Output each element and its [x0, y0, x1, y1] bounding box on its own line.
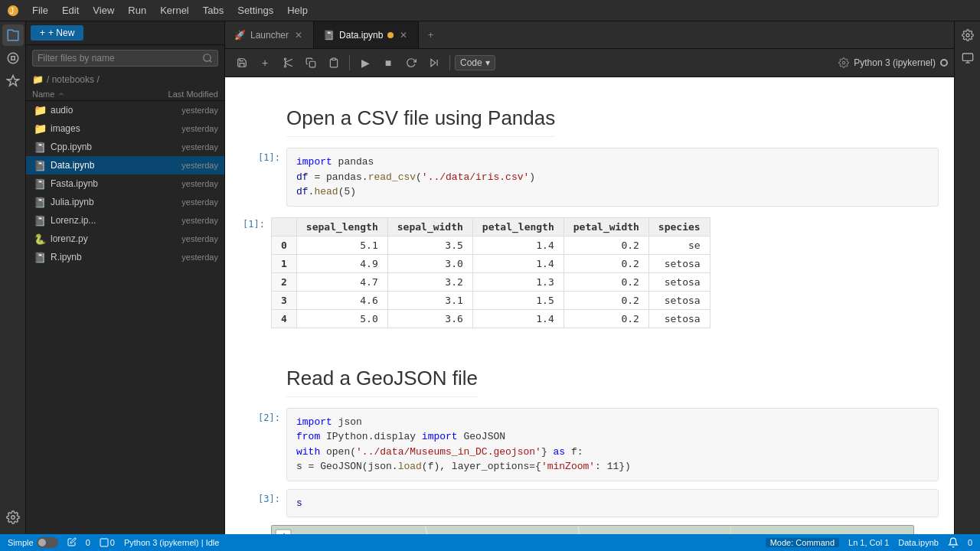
file-list: 📁 audio yesterday 📁 images yesterday 📓 C… — [26, 101, 224, 534]
df-cell: setosa — [648, 254, 710, 272]
file-item[interactable]: 📁 images yesterday — [26, 119, 224, 138]
status-left: Simple 0 0 Python 3 (ipykernel) | Idle — [8, 537, 219, 548]
share-button[interactable] — [180, 24, 198, 41]
tab-add-button[interactable]: + — [419, 21, 442, 48]
simple-mode-toggle[interactable]: Simple — [8, 537, 58, 548]
add-cell-button[interactable]: + — [254, 52, 276, 73]
df-cell: 4.9 — [296, 254, 387, 272]
menu-file[interactable]: File — [26, 3, 54, 18]
filename-label: Data.ipynb — [898, 538, 939, 547]
bell-icon[interactable] — [948, 537, 959, 548]
svg-rect-43 — [962, 54, 972, 60]
edit-count: 0 — [86, 538, 90, 547]
name-column-header[interactable]: Name — [32, 90, 149, 99]
df-cell: 3 — [272, 291, 297, 309]
run-all-button[interactable] — [423, 52, 445, 73]
menu-tabs[interactable]: Tabs — [197, 3, 230, 18]
notification-count: 0 — [968, 538, 972, 547]
tab-launcher[interactable]: 🚀 Launcher ✕ — [225, 21, 314, 48]
cell-heading-1: Open a CSV file using Pandas — [225, 94, 954, 143]
right-sidebar — [954, 21, 980, 534]
code-cell-1[interactable]: [1]: import pandasdf = pandas.read_csv('… — [225, 145, 954, 210]
tab-modified-dot — [387, 32, 394, 38]
right-sidebar-btn-2[interactable] — [957, 47, 978, 69]
svg-point-4 — [11, 516, 15, 520]
files-icon-btn[interactable] — [2, 24, 24, 46]
paste-cell-button[interactable] — [323, 52, 345, 73]
df-cell: setosa — [648, 272, 710, 291]
file-type-icon: 📓 — [32, 249, 47, 265]
cell-heading-2: Read a GeoJSON file — [225, 336, 954, 403]
upload-button[interactable] — [158, 24, 177, 41]
code-cell-3[interactable]: [3]: s — [225, 486, 954, 521]
df-row: 24.73.21.30.2setosa — [272, 272, 710, 291]
tab-data-ipynb[interactable]: 📓 Data.ipynb ✕ — [314, 21, 419, 48]
svg-text:+: + — [281, 530, 287, 534]
svg-point-2 — [8, 53, 18, 64]
df-cell: 5.1 — [296, 236, 387, 254]
file-name: Data.ipynb — [51, 160, 149, 171]
file-item[interactable]: 🐍 lorenz.py yesterday — [26, 230, 224, 248]
file-item[interactable]: 📓 Cpp.ipynb yesterday — [26, 138, 224, 156]
menu-settings[interactable]: Settings — [231, 3, 279, 18]
code-block-1[interactable]: import pandasdf = pandas.read_csv('../da… — [286, 148, 939, 207]
run-cell-button[interactable]: ▶ — [354, 52, 376, 73]
svg-point-9 — [284, 66, 286, 67]
output-content-1: sepal_lengthsepal_widthpetal_lengthpetal… — [271, 214, 710, 331]
map-svg: + − Cleveland Park University North Bren… — [272, 526, 914, 534]
interrupt-button[interactable]: ■ — [377, 52, 399, 73]
cell-content-2: import jsonfrom IPython.display import G… — [286, 408, 939, 481]
save-button[interactable] — [231, 52, 253, 73]
extensions-icon-btn[interactable] — [2, 70, 24, 92]
cell-content-1: import pandasdf = pandas.read_csv('../da… — [286, 148, 939, 207]
svg-point-7 — [204, 54, 211, 61]
file-modified: yesterday — [149, 161, 218, 170]
df-cell: 3.0 — [387, 254, 472, 272]
df-cell: 0.2 — [564, 272, 648, 291]
file-modified: yesterday — [149, 124, 218, 133]
file-item[interactable]: 📓 Fasta.ipynb yesterday — [26, 174, 224, 193]
file-item[interactable]: 📓 Lorenz.ip... yesterday — [26, 211, 224, 230]
svg-point-10 — [284, 58, 286, 60]
menu-run[interactable]: Run — [122, 3, 152, 18]
file-item[interactable]: 📓 R.ipynb yesterday — [26, 248, 224, 266]
copy-cell-button[interactable] — [300, 52, 322, 73]
position-label: Ln 1, Col 1 — [848, 538, 889, 547]
refresh-button[interactable] — [201, 24, 220, 41]
file-item[interactable]: 📓 Data.ipynb yesterday — [26, 156, 224, 174]
restart-button[interactable] — [400, 52, 422, 73]
menu-edit[interactable]: Edit — [56, 3, 85, 18]
notebook-tab-close[interactable]: ✕ — [398, 30, 409, 41]
df-cell: 3.6 — [387, 309, 472, 328]
file-type-icon: 📓 — [32, 213, 47, 228]
output-cell-1: [1]: sepal_lengthsepal_widthpetal_length… — [225, 211, 954, 334]
menu-help[interactable]: Help — [281, 3, 314, 18]
cell-type-select[interactable]: Code ▾ — [455, 55, 495, 70]
status-bar: Simple 0 0 Python 3 (ipykernel) | Idle M… — [0, 534, 980, 551]
gear-icon-btn[interactable] — [2, 507, 24, 528]
right-sidebar-btn-1[interactable] — [957, 24, 978, 46]
code-block-3[interactable]: s — [286, 489, 939, 518]
cut-cell-button[interactable] — [277, 52, 299, 73]
file-type-icon: 📓 — [32, 194, 47, 210]
code-cell-2[interactable]: [2]: import jsonfrom IPython.display imp… — [225, 405, 954, 484]
running-icon-btn[interactable] — [2, 47, 24, 69]
new-button[interactable]: + + New — [31, 25, 83, 41]
menu-kernel[interactable]: Kernel — [154, 3, 195, 18]
map-container[interactable]: + − Cleveland Park University North Bren… — [271, 525, 914, 534]
notebook-content: Open a CSV file using Pandas [1]: import… — [225, 77, 954, 534]
df-row: 45.03.61.40.2setosa — [272, 309, 710, 328]
search-input[interactable] — [38, 53, 199, 64]
file-panel-toolbar: + + New — [26, 21, 224, 45]
file-item[interactable]: 📁 audio yesterday — [26, 101, 224, 119]
plus-icon: + — [40, 28, 45, 38]
file-item[interactable]: 📓 Julia.ipynb yesterday — [26, 193, 224, 211]
launcher-tab-close[interactable]: ✕ — [293, 30, 304, 41]
menu-view[interactable]: View — [87, 3, 120, 18]
df-header: species — [648, 217, 710, 236]
map-output-cell: + − Cleveland Park University North Bren… — [225, 522, 954, 534]
kernel-settings-icon[interactable] — [838, 57, 849, 68]
code-block-2[interactable]: import jsonfrom IPython.display import G… — [286, 408, 939, 481]
svg-rect-15 — [332, 58, 336, 60]
df-header: sepal_width — [387, 217, 472, 236]
